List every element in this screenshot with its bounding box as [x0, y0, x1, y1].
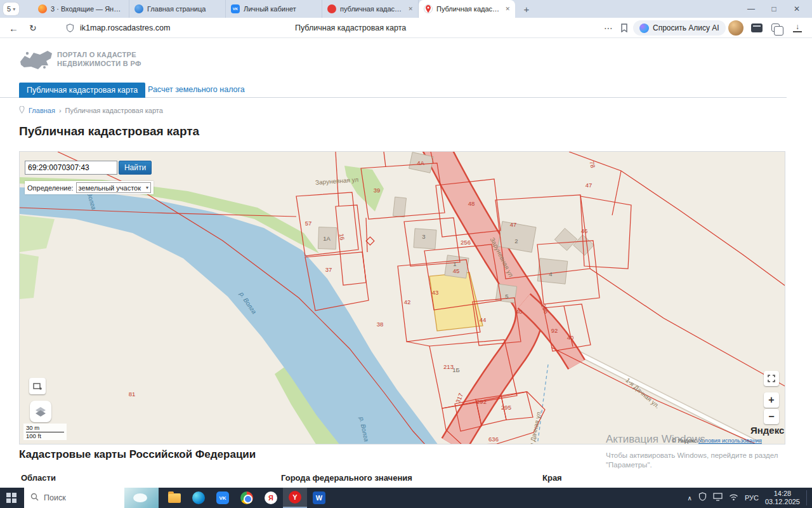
home-site-icon: [134, 4, 143, 13]
url-text[interactable]: ik1map.roscadastres.com: [80, 18, 170, 38]
taskbar-file-explorer[interactable]: [162, 488, 187, 508]
chevron-down-icon: ▾: [13, 6, 15, 12]
site-icon: [327, 4, 336, 13]
fullscreen-button[interactable]: [764, 371, 779, 386]
browser-tab-account[interactable]: VK Личный кабинет: [226, 0, 322, 18]
network-icon[interactable]: [729, 492, 738, 504]
browser-tab-bar: 5 ▾ 3 · Входящие — Яндекс П Главная стра…: [0, 0, 812, 18]
close-icon[interactable]: ✕: [408, 6, 413, 12]
object-type-select[interactable]: земельный участок ▾: [76, 182, 151, 193]
yandex-browser-icon: Y: [289, 491, 301, 504]
tab-title: Публичная кадастровая к: [436, 5, 501, 13]
system-tray: ∧ РУС 14:28 03.12.2025: [688, 488, 807, 508]
bookmark-icon[interactable]: [620, 18, 628, 38]
zoom-in-button[interactable]: +: [764, 392, 779, 408]
maximize-icon[interactable]: □: [763, 4, 785, 13]
chrome-icon: [240, 491, 253, 504]
profile-avatar[interactable]: [728, 20, 743, 36]
filter-label: Определение:: [27, 184, 74, 192]
tab-list-button[interactable]: 5 ▾: [3, 3, 19, 15]
terms-link[interactable]: Условия использования: [698, 438, 762, 444]
back-icon[interactable]: ←: [9, 18, 18, 38]
cadastral-number-input[interactable]: [25, 161, 117, 175]
collections-icon[interactable]: [771, 23, 780, 32]
map-search: Найти: [25, 161, 152, 175]
page-content: ПОРТАЛ О КАДАСТРЕ НЕДВИЖИМОСТИ В РФ Публ…: [0, 39, 812, 488]
display-icon[interactable]: [713, 492, 723, 504]
copyright-text: © Яндекс: [672, 438, 697, 444]
object-type-filter: Определение: земельный участок ▾: [25, 181, 154, 194]
site-nav: Публичная кадастровая карта Расчет земел…: [0, 82, 787, 98]
breadcrumb-home-link[interactable]: Главная: [29, 107, 55, 114]
alice-icon: [639, 23, 649, 33]
edge-icon: [192, 491, 205, 504]
column-header-krais: Края: [542, 473, 562, 483]
map-canvas[interactable]: 4А7847Заруневная ул394857161А347246256За…: [19, 151, 785, 444]
address-bar: ← ↻ ik1map.roscadastres.com Публичная ка…: [0, 18, 812, 38]
column-header-regions: Области: [21, 473, 56, 483]
search-icon: [30, 492, 39, 504]
vk-icon: VK: [216, 491, 229, 504]
taskbar-edge[interactable]: [187, 488, 211, 508]
taskbar-yandex-browser-active[interactable]: Y: [283, 488, 307, 508]
chevron-down-icon: ▾: [146, 185, 148, 190]
minimize-icon[interactable]: —: [740, 4, 763, 13]
measure-button[interactable]: [29, 378, 46, 394]
browser-tab-cadastre-search[interactable]: публичная кадастровая к ✕: [322, 0, 419, 18]
clock[interactable]: 14:28 03.12.2025: [765, 490, 800, 506]
new-tab-button[interactable]: +: [520, 3, 533, 15]
ask-alice-button[interactable]: Спросить Алису AI: [633, 20, 726, 36]
close-window-icon[interactable]: ✕: [785, 4, 808, 13]
yandex-icon: Я: [265, 491, 277, 504]
map-pin-icon: [424, 4, 433, 13]
windows-taskbar: Поиск VK Я Y W ∧ РУС 14:28: [0, 488, 812, 508]
search-button[interactable]: Найти: [119, 161, 152, 175]
close-icon[interactable]: ✕: [505, 6, 510, 12]
smartbox-page-title: Публичная кадастровая карта: [295, 18, 406, 38]
breadcrumb-separator: ›: [59, 107, 62, 114]
yandex-logo[interactable]: Яндекс: [750, 425, 784, 436]
selected-object-type: земельный участок: [79, 184, 141, 192]
taskbar-word[interactable]: W: [307, 488, 331, 508]
more-icon[interactable]: ⋯: [604, 18, 613, 38]
word-icon: W: [313, 491, 325, 504]
show-desktop-button[interactable]: [806, 490, 807, 505]
portal-logo-icon: [19, 48, 53, 74]
yandex-mail-icon: [38, 4, 47, 13]
zoom-out-button[interactable]: −: [764, 409, 779, 424]
browser-tab-home[interactable]: Главная страница: [129, 0, 226, 18]
tab-title: 3 · Входящие — Яндекс П: [51, 5, 124, 13]
folder-icon: [168, 493, 181, 503]
search-placeholder: Поиск: [44, 493, 124, 502]
tab-title: Личный кабинет: [244, 5, 317, 13]
language-indicator[interactable]: РУС: [745, 494, 759, 502]
browser-tab-cadastre-map-active[interactable]: Публичная кадастровая к ✕: [419, 0, 515, 18]
map-graphics: [20, 152, 785, 444]
tray-date: 03.12.2025: [765, 498, 800, 506]
breadcrumb-current: Публичная кадастровая карта: [65, 107, 163, 114]
browser-tab-mail[interactable]: 3 · Входящие — Яндекс П: [33, 0, 129, 18]
tab-count: 5: [7, 5, 11, 13]
page-title: Публичная кадастровая карта: [19, 124, 199, 138]
taskbar-yandex[interactable]: Я: [259, 488, 283, 508]
sidebar-panel-icon[interactable]: [751, 23, 763, 32]
taskbar-vk[interactable]: VK: [211, 488, 235, 508]
nav-link-tax-calc[interactable]: Расчет земельного налога: [148, 85, 245, 94]
tab-title: Главная страница: [147, 5, 220, 13]
download-icon[interactable]: ↓: [793, 22, 802, 32]
breadcrumb: Главная › Публичная кадастровая карта: [19, 106, 163, 115]
search-highlight-image[interactable]: [124, 488, 159, 508]
tray-time: 14:28: [765, 490, 800, 498]
column-header-federal-cities: Города федерального значения: [281, 473, 412, 483]
taskbar-search[interactable]: Поиск: [24, 488, 159, 508]
refresh-icon[interactable]: ↻: [29, 18, 37, 38]
tray-expand-icon[interactable]: ∧: [688, 495, 692, 502]
site-security-icon[interactable]: [66, 18, 74, 38]
taskbar-chrome[interactable]: [235, 488, 259, 508]
alice-label: Спросить Алису AI: [653, 23, 719, 32]
nav-tab-public-map[interactable]: Публичная кадастровая карта: [19, 83, 145, 98]
section-title: Кадастровые карты Российской Федерации: [19, 448, 256, 461]
defender-shield-icon[interactable]: [698, 492, 707, 504]
layers-button[interactable]: [30, 401, 51, 422]
start-button[interactable]: [6, 493, 16, 503]
